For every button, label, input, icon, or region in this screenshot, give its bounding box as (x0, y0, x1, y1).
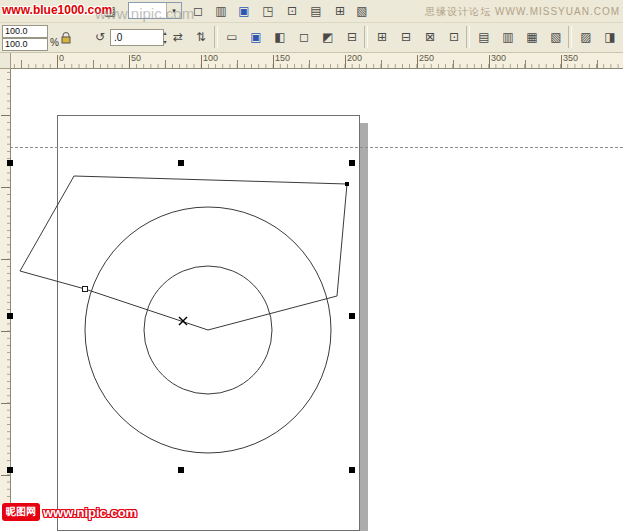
to-front-icon[interactable]: ⊞ (372, 28, 392, 46)
toolbar-separator (466, 26, 470, 48)
nipic-logo: 昵图网 (2, 503, 40, 521)
forward-one-icon[interactable]: ⊠ (420, 28, 440, 46)
convert-to-curves-icon[interactable]: ▨ (576, 28, 596, 46)
mirror-horizontal-icon[interactable]: ⇄ (168, 28, 188, 46)
ruler-label-150: 150 (275, 53, 290, 63)
intersect-icon[interactable]: ◩ (318, 28, 338, 46)
toolbar-separator (568, 26, 572, 48)
weld-icon[interactable]: ◧ (270, 28, 290, 46)
horizontal-ruler[interactable]: 050100150200250300350 (11, 52, 623, 69)
guides-icon[interactable]: ⊞ (330, 2, 350, 20)
ruler-label-300: 300 (491, 53, 506, 63)
options-icon[interactable]: ▧ (352, 2, 372, 20)
wrap-text-icon[interactable]: ▭ (222, 28, 242, 46)
selection-handle-top-left[interactable] (7, 160, 13, 166)
toolbar-separator (364, 26, 368, 48)
ungroup-icon[interactable]: ▧ (546, 28, 566, 46)
align-icon[interactable]: ▤ (474, 28, 494, 46)
ruler-label-350: 350 (563, 53, 578, 63)
ruler-label-200: 200 (347, 53, 362, 63)
scale-x-field[interactable]: 100.0 (2, 25, 48, 38)
ruler-origin-corner (0, 52, 11, 69)
missyuan-watermark: 思缘设计论坛 WWW.MISSYUAN.COM (425, 5, 620, 19)
nipic-toolbar-watermark: www.nipic.com (95, 5, 194, 22)
lock-icon (61, 32, 71, 44)
horizontal-guideline[interactable] (0, 147, 623, 148)
selection-handle-middle-left[interactable] (7, 313, 13, 319)
spinner-up-icon[interactable]: ▴ (163, 29, 166, 37)
combine-icon[interactable]: ▣ (246, 28, 266, 46)
selection-handle-bottom-right[interactable] (349, 467, 355, 473)
selection-handle-bottom-left[interactable] (7, 467, 13, 473)
pan-icon[interactable]: ▥ (211, 2, 231, 20)
back-one-icon[interactable]: ⊡ (444, 28, 464, 46)
lock-ratio-button[interactable] (58, 27, 74, 48)
rotate-icon: ↺ (92, 28, 108, 46)
outline-width-icon[interactable]: ◨ (600, 28, 620, 46)
vertical-ruler[interactable] (0, 69, 11, 505)
mirror-vertical-icon[interactable]: ⇅ (191, 28, 211, 46)
property-bar: 100.0 100.0 % ↺ .0 ▴ ▾ ⇄⇅▭▣◧◻◩⊟⊞⊟⊠⊡▤▥▦▧▨… (0, 23, 623, 53)
export-icon[interactable]: ◳ (258, 2, 278, 20)
simplify-icon[interactable]: ⊟ (342, 28, 362, 46)
nipic-bottom-watermark: 昵图网 www.nipic.com (2, 503, 137, 521)
selection-handle-top-center[interactable] (178, 160, 184, 166)
ruler-label-100: 100 (203, 53, 218, 63)
selection-handle-middle-right[interactable] (349, 313, 355, 319)
ruler-label-50: 50 (131, 53, 141, 63)
toolbar-separator (214, 26, 218, 48)
trim-icon[interactable]: ◻ (294, 28, 314, 46)
ruler-label-0: 0 (59, 53, 64, 63)
scale-y-field[interactable]: 100.0 (2, 38, 48, 51)
rotation-angle-field[interactable]: .0 (110, 29, 164, 46)
selection-handle-top-right[interactable] (349, 160, 355, 166)
grid-icon[interactable]: ▤ (306, 2, 326, 20)
selection-handle-bottom-center[interactable] (178, 467, 184, 473)
page-shadow (360, 123, 368, 531)
to-back-icon[interactable]: ⊟ (396, 28, 416, 46)
ruler-label-250: 250 (419, 53, 434, 63)
distribute-icon[interactable]: ▥ (498, 28, 518, 46)
document-page[interactable] (57, 115, 360, 531)
nipic-url: www.nipic.com (43, 505, 137, 520)
marquee-icon[interactable]: ⊡ (282, 2, 302, 20)
group-icon[interactable]: ▦ (522, 28, 542, 46)
import-icon[interactable]: ▣ (234, 2, 254, 20)
spinner-down-icon[interactable]: ▾ (163, 38, 166, 46)
